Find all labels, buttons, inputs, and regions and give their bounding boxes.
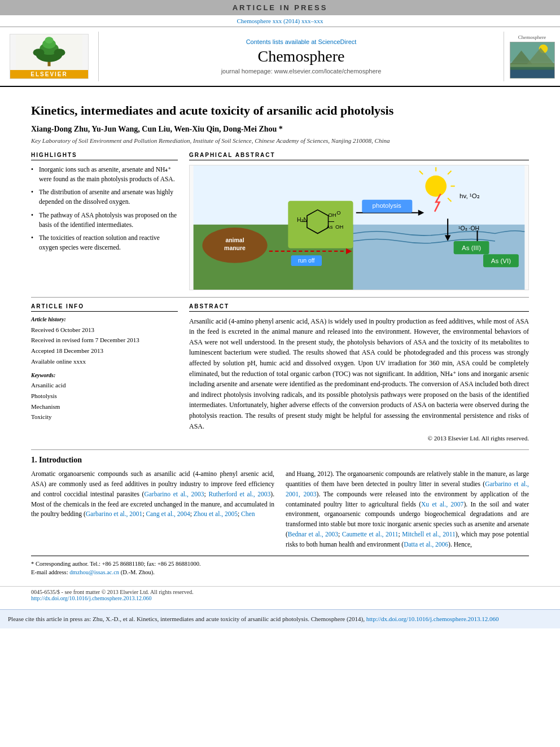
elsevier-tree-svg [10,34,89,70]
graphical-abstract-label: GRAPHICAL ABSTRACT [189,152,529,160]
sciencedirect-link[interactable]: Contents lists available at ScienceDirec… [246,38,357,45]
thumb-label: Chemosphere [518,34,546,40]
section-divider-1 [31,297,529,298]
bottom-notice: Please cite this article in press as: Zh… [0,609,560,628]
svg-point-5 [45,37,53,43]
graphical-abstract-column: GRAPHICAL ABSTRACT animal manure [189,152,529,290]
elsevier-label-text: ELSEVIER [10,70,88,78]
thumb-image-svg [510,42,554,78]
svg-rect-11 [510,70,554,78]
svg-point-7 [54,49,65,56]
svg-text:OH: OH [335,224,343,230]
graphical-abstract-diagram: animal manure H₂N OH As OH O [189,165,529,290]
abstract-column: ABSTRACT Arsanilic acid (4-amino phenyl … [189,303,529,442]
ref-caumette[interactable]: Caumette et al., 2011 [342,531,399,538]
article-content: Kinetics, intermediates and acute toxici… [0,87,560,584]
article-info-label: ARTICLE INFO [31,303,178,312]
intro-columns: Aromatic organoarsenic compounds such as… [31,469,529,550]
copyright-bar: 0045-6535/$ - see front matter © 2013 El… [0,586,560,604]
svg-text:photolysis: photolysis [373,202,401,209]
copyright-text: 0045-6535/$ - see front matter © 2013 El… [31,589,529,595]
intro-heading: 1. Introduction [31,456,529,465]
highlight-item-3: The pathway of ASA photolysis was propos… [31,211,178,230]
info-abstract-section: ARTICLE INFO Article history: Received 6… [31,303,529,442]
ref-mitchell[interactable]: Mitchell et al., 2011 [402,531,456,538]
bottom-notice-text: Please cite this article in press as: Zh… [8,615,365,622]
article-dates: Received 6 October 2013 Received in revi… [31,325,178,367]
keywords-list: Arsanilic acid Photolysis Mechanism Toxi… [31,380,178,422]
footnote-area: * Corresponding author. Tel.: +86 25 868… [31,556,529,578]
ref-zhou-2005[interactable]: Zhou et al., 2005 [194,510,238,517]
svg-text:¹O₂ ·OH: ¹O₂ ·OH [458,225,479,231]
elsevier-logo-section: ELSEVIER [0,32,99,81]
ref-cang[interactable]: Cang et al., 2004 [146,510,190,517]
highlights-list: Inorganic ions such as arsenite, arsenat… [31,165,178,253]
bottom-notice-link[interactable]: http://dx.doi.org/10.1016/j.chemosphere.… [366,615,499,622]
intro-section: 1. Introduction Aromatic organoarsenic c… [31,449,529,550]
graphical-abstract-svg: animal manure H₂N OH As OH O [190,165,528,290]
highlights-label: HIGHLIGHTS [31,152,178,160]
svg-text:hv, ¹O₂: hv, ¹O₂ [460,192,480,199]
doi-link[interactable]: http://dx.doi.org/10.1016/j.chemosphere.… [31,595,151,601]
corresponding-footnote: * Corresponding author. Tel.: +86 25 868… [31,560,529,569]
svg-text:As (III): As (III) [462,244,481,251]
ref-garbarino-2001b[interactable]: Garbarino et al., 2001, 2003 [286,480,529,497]
highlight-item-2: The distribution of arsenite and arsenat… [31,187,178,207]
journal-title: Chemosphere [258,47,345,65]
svg-rect-22 [288,200,353,248]
article-title: Kinetics, intermediates and acute toxici… [31,103,529,119]
journal-ref-line: Chemosphere xxx (2014) xxx–xxx [0,15,560,27]
article-affiliation: Key Laboratory of Soil Environment and P… [31,137,529,144]
email-footnote: E-mail address: dmzhou@issas.ac.cn (D.-M… [31,568,529,577]
keywords-label: Keywords: [31,372,178,378]
history-label: Article history: [31,316,178,322]
article-info-column: ARTICLE INFO Article history: Received 6… [31,303,178,442]
thumb-image [510,42,555,78]
highlights-graphical-section: HIGHLIGHTS Inorganic ions such as arseni… [31,152,529,290]
abstract-text: Arsanilic acid (4-amino phenyl arsenic a… [189,316,529,432]
article-authors: Xiang-Dong Zhu, Yu-Jun Wang, Cun Liu, We… [31,125,529,134]
highlight-item-4: The toxicities of reaction solution and … [31,233,178,253]
svg-text:animal: animal [225,237,244,243]
svg-text:manure: manure [224,244,246,251]
journal-homepage: journal homepage: www.elsevier.com/locat… [221,68,382,75]
intro-col-right: and Huang, 2012). The organoarsenic comp… [286,469,529,550]
journal-thumb: Chemosphere [504,32,560,81]
ref-garbarino-2001[interactable]: Garbarino et al., 2001 [86,510,143,517]
intro-col-left: Aromatic organoarsenic compounds such as… [31,469,274,550]
svg-text:As: As [326,224,333,230]
svg-text:OH: OH [329,212,336,218]
ref-rutherford[interactable]: Rutherford et al., 2003 [208,491,270,497]
svg-point-39 [425,175,447,196]
svg-text:run off: run off [298,257,315,263]
ref-chen[interactable]: Chen [241,510,255,517]
abstract-copyright: © 2013 Elsevier Ltd. All rights reserved… [189,435,529,442]
ref-xu[interactable]: Xu et al., 2007 [421,501,463,508]
svg-text:As (VI): As (VI) [491,257,511,264]
highlight-item-1: Inorganic ions such as arsenite, arsenat… [31,165,178,185]
svg-text:O: O [336,209,340,216]
elsevier-logo-box: ELSEVIER [10,34,89,79]
email-link[interactable]: dmzhou@issas.ac.cn [69,569,119,575]
ref-bednar[interactable]: Bednar et al., 2003 [288,531,338,538]
abstract-label: ABSTRACT [189,303,529,312]
journal-header-center: Contents lists available at ScienceDirec… [99,32,504,81]
article-in-press-banner: ARTICLE IN PRESS [0,0,560,15]
ref-datta[interactable]: Datta et al., 2006 [404,541,448,548]
highlights-column: HIGHLIGHTS Inorganic ions such as arseni… [31,152,178,290]
journal-header: ELSEVIER Contents lists available at Sci… [0,27,560,87]
svg-point-6 [33,49,44,56]
ref-garbarino-2003[interactable]: Garbarino et al., 2003 [144,491,204,497]
